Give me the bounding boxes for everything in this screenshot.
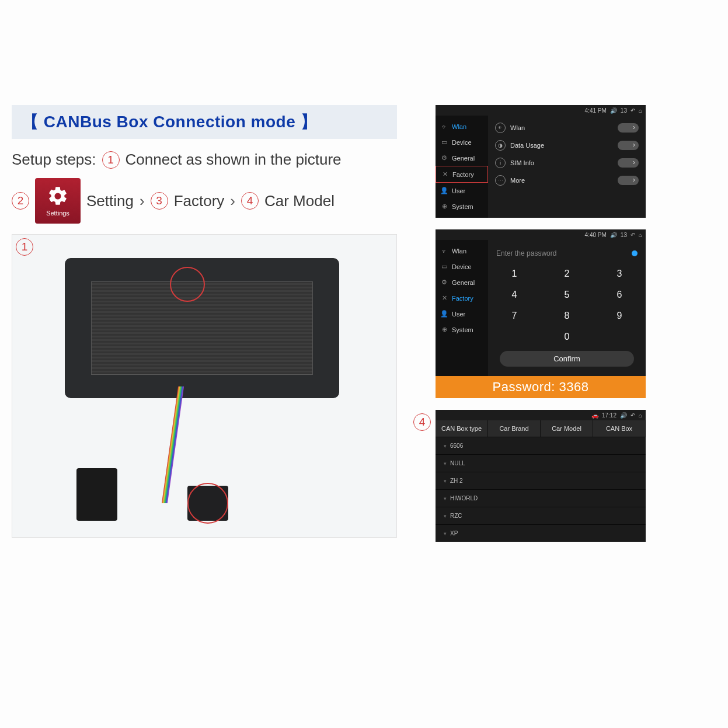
- screenshot-step-4: 🚗 17:12 🔊 ↶ ⌂ CAN Box type Car Brand Car…: [436, 410, 646, 542]
- wrench-icon: ✕: [441, 170, 449, 178]
- password-placeholder: Enter the password: [496, 249, 556, 257]
- sidebar-item-device[interactable]: ▭Device: [436, 134, 488, 150]
- home-icon[interactable]: ⌂: [639, 412, 642, 419]
- screenshot-step-2: 4:41 PM 🔊 13 ↶ ⌂ ᯤWlan ▭Device ⚙General …: [436, 105, 646, 218]
- settings-row-sim-info[interactable]: iSIM Info: [488, 154, 646, 172]
- key-8[interactable]: 8: [541, 305, 593, 326]
- settings-row-wlan[interactable]: ᯤWlan: [488, 119, 646, 137]
- backspace-icon[interactable]: [632, 250, 638, 256]
- numeric-keypad: 1 2 3 4 5 6 7 8 9 0: [488, 263, 646, 347]
- sidebar-item-user[interactable]: 👤User: [436, 183, 488, 198]
- step-2-marker: 2: [12, 192, 29, 210]
- globe-icon: ⊕: [440, 203, 448, 210]
- settings-app-icon: Settings: [35, 178, 81, 224]
- chevron-right-icon: [618, 123, 639, 133]
- canbox-tabs: CAN Box type Car Brand Car Model CAN Box: [436, 420, 646, 437]
- more-icon: ⋯: [495, 175, 506, 186]
- wrench-icon: ✕: [440, 294, 448, 302]
- status-bar: 4:41 PM 🔊 13 ↶ ⌂: [436, 105, 646, 116]
- back-icon[interactable]: ↶: [631, 412, 635, 419]
- wifi-icon: ᯤ: [440, 248, 448, 255]
- chevron-right-icon: [618, 176, 639, 185]
- setup-step-1-line: Setup steps: 1 Connect as shown in the p…: [12, 151, 397, 169]
- globe-icon: ⊕: [440, 326, 448, 333]
- setup-label: Setup steps:: [12, 151, 96, 169]
- key-1[interactable]: 1: [488, 263, 541, 284]
- sidebar-item-general[interactable]: ⚙General: [436, 150, 488, 166]
- step-2-label: Setting: [86, 192, 134, 210]
- iso-connector: [76, 468, 117, 521]
- tab-car-brand[interactable]: Car Brand: [488, 420, 541, 437]
- tab-can-box-type[interactable]: CAN Box type: [436, 420, 488, 437]
- step-3-label: Factory: [174, 192, 225, 210]
- home-icon[interactable]: ⌂: [639, 107, 642, 114]
- step-4-marker: 4: [241, 192, 259, 210]
- sidebar-item-general[interactable]: ⚙General: [436, 274, 488, 290]
- list-item[interactable]: HIWORLD: [436, 489, 646, 507]
- password-banner: Password: 3368: [436, 376, 646, 398]
- screenshot-step-3: 4:40 PM 🔊 13 ↶ ⌂ ᯤWlan ▭Device ⚙General: [436, 229, 646, 376]
- sidebar-item-wlan[interactable]: ᯤWlan: [436, 243, 488, 259]
- settings-row-data-usage[interactable]: ◑Data Usage: [488, 137, 646, 154]
- device-icon: ▭: [440, 138, 448, 146]
- wifi-icon: ᯤ: [440, 123, 448, 130]
- page-title: 【 CANBus Box Connection mode 】: [22, 113, 317, 131]
- confirm-button[interactable]: Confirm: [500, 351, 634, 367]
- data-icon: ◑: [495, 140, 506, 151]
- setup-path: 2 Settings Setting › 3 Factory › 4 Car M…: [12, 178, 397, 224]
- list-item[interactable]: XP: [436, 524, 646, 542]
- key-5[interactable]: 5: [541, 284, 593, 305]
- sidebar-item-system[interactable]: ⊕System: [436, 322, 488, 337]
- list-item[interactable]: 6606: [436, 437, 646, 454]
- step-4-label: Car Model: [264, 192, 335, 210]
- back-icon[interactable]: ↶: [631, 232, 635, 238]
- tab-car-model[interactable]: Car Model: [541, 420, 593, 437]
- key-blank: [488, 326, 541, 347]
- key-4[interactable]: 4: [488, 284, 541, 305]
- list-item[interactable]: NULL: [436, 454, 646, 472]
- chevron-right-icon: ›: [140, 192, 145, 210]
- callout-circle-icon: [170, 267, 205, 302]
- title-bar: 【 CANBus Box Connection mode 】: [12, 105, 397, 139]
- key-blank: [593, 326, 646, 347]
- sidebar-item-system[interactable]: ⊕System: [436, 198, 488, 214]
- sidebar-item-wlan[interactable]: ᯤWlan: [436, 119, 488, 134]
- sim-icon: i: [495, 158, 506, 168]
- status-bar: 🚗 17:12 🔊 ↶ ⌂: [436, 410, 646, 420]
- step-1-text: Connect as shown in the picture: [126, 151, 342, 169]
- user-icon: 👤: [440, 310, 448, 318]
- sidebar-item-factory[interactable]: ✕Factory: [436, 290, 488, 306]
- chevron-right-icon: [618, 141, 639, 150]
- key-2[interactable]: 2: [541, 263, 593, 284]
- step-3-marker: 3: [151, 192, 168, 210]
- list-item[interactable]: ZH 2: [436, 472, 646, 489]
- user-icon: 👤: [440, 187, 448, 194]
- key-9[interactable]: 9: [593, 305, 646, 326]
- settings-row-more[interactable]: ⋯More: [488, 172, 646, 189]
- status-bar: 4:40 PM 🔊 13 ↶ ⌂: [436, 229, 646, 240]
- settings-content: ᯤWlan ◑Data Usage iSIM Info ⋯More: [488, 116, 646, 218]
- settings-sidebar: ᯤWlan ▭Device ⚙General ✕Factory 👤User ⊕S…: [436, 240, 488, 376]
- canbox-type-list: 6606 NULL ZH 2 HIWORLD RZC XP: [436, 437, 646, 542]
- sidebar-item-device[interactable]: ▭Device: [436, 259, 488, 274]
- key-7[interactable]: 7: [488, 305, 541, 326]
- home-icon[interactable]: ⌂: [639, 232, 642, 238]
- callout-circle-icon: [187, 483, 228, 524]
- wiring-harness: [162, 386, 184, 503]
- chevron-right-icon: [618, 158, 639, 168]
- gear-icon: ⚙: [440, 154, 448, 162]
- chevron-right-icon: ›: [230, 192, 235, 210]
- key-0[interactable]: 0: [541, 326, 593, 347]
- tab-can-box[interactable]: CAN Box: [593, 420, 646, 437]
- device-icon: ▭: [440, 263, 448, 270]
- key-6[interactable]: 6: [593, 284, 646, 305]
- gear-icon: ⚙: [440, 278, 448, 286]
- sidebar-item-user[interactable]: 👤User: [436, 306, 488, 322]
- key-3[interactable]: 3: [593, 263, 646, 284]
- sidebar-item-factory[interactable]: ✕Factory: [436, 166, 488, 183]
- gear-icon: [47, 185, 69, 207]
- list-item[interactable]: RZC: [436, 507, 646, 524]
- photo-step-1-badge: 1: [16, 238, 33, 256]
- back-icon[interactable]: ↶: [631, 107, 635, 114]
- password-panel: Enter the password 1 2 3 4 5 6: [488, 240, 646, 376]
